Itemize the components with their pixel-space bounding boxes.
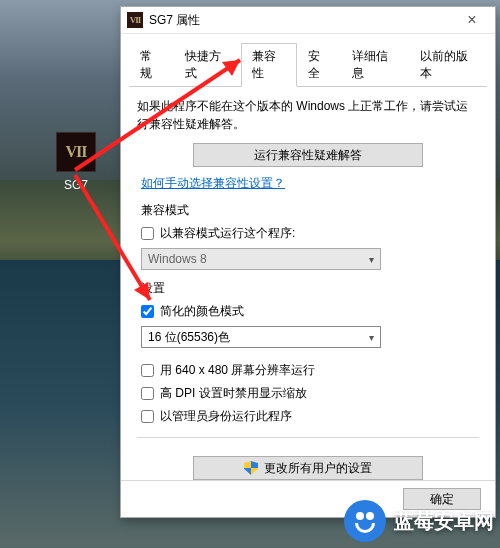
color-mode-select[interactable]: 16 位(65536)色 ▾: [141, 326, 381, 348]
run-admin-checkbox[interactable]: [141, 410, 154, 423]
chevron-down-icon: ▾: [369, 332, 374, 343]
close-button[interactable]: ×: [451, 7, 493, 33]
tab-details[interactable]: 详细信息: [341, 43, 408, 87]
help-link[interactable]: 如何手动选择兼容性设置？: [141, 176, 285, 190]
watermark: 蓝莓安卓网: [344, 500, 494, 542]
intro-text: 如果此程序不能在这个版本的 Windows 上正常工作，请尝试运行兼容性疑难解答…: [137, 97, 479, 133]
desktop-app-icon[interactable]: VII SG7: [46, 132, 106, 192]
settings-group: 设置 简化的颜色模式 16 位(65536)色 ▾ 用 640 x 480 屏幕…: [137, 280, 479, 425]
troubleshoot-button[interactable]: 运行兼容性疑难解答: [193, 143, 423, 167]
chevron-down-icon: ▾: [369, 254, 374, 265]
reduced-color-checkbox[interactable]: [141, 305, 154, 318]
compat-mode-title: 兼容模式: [141, 202, 479, 219]
compat-mode-checkbox[interactable]: [141, 227, 154, 240]
desktop-icon-label: SG7: [46, 178, 106, 192]
compat-mode-select-value: Windows 8: [148, 252, 207, 266]
compat-mode-select[interactable]: Windows 8 ▾: [141, 248, 381, 270]
app-icon-image: VII: [56, 132, 96, 172]
title-bar-icon: VII: [127, 12, 143, 28]
change-all-users-label: 更改所有用户的设置: [264, 460, 372, 477]
tab-shortcut[interactable]: 快捷方式: [174, 43, 241, 87]
run-admin-label: 以管理员身份运行此程序: [160, 408, 292, 425]
change-all-users-button[interactable]: 更改所有用户的设置: [193, 456, 423, 480]
res-640-label: 用 640 x 480 屏幕分辨率运行: [160, 362, 315, 379]
watermark-text: 蓝莓安卓网: [394, 508, 494, 535]
reduced-color-label: 简化的颜色模式: [160, 303, 244, 320]
res-640-checkbox[interactable]: [141, 364, 154, 377]
compat-mode-group: 兼容模式 以兼容模式运行这个程序: Windows 8 ▾: [137, 202, 479, 270]
close-icon: ×: [467, 11, 476, 29]
color-mode-select-value: 16 位(65536)色: [148, 329, 230, 346]
high-dpi-label: 高 DPI 设置时禁用显示缩放: [160, 385, 307, 402]
tab-security[interactable]: 安全: [297, 43, 342, 87]
dialog-title: SG7 属性: [149, 12, 451, 29]
high-dpi-checkbox[interactable]: [141, 387, 154, 400]
title-bar: VII SG7 属性 ×: [121, 7, 495, 34]
res-640-row[interactable]: 用 640 x 480 屏幕分辨率运行: [141, 362, 479, 379]
tab-compatibility[interactable]: 兼容性: [241, 43, 297, 87]
compat-mode-checkbox-label: 以兼容模式运行这个程序:: [160, 225, 295, 242]
reduced-color-row[interactable]: 简化的颜色模式: [141, 303, 479, 320]
tab-previous-versions[interactable]: 以前的版本: [409, 43, 488, 87]
tab-general[interactable]: 常规: [129, 43, 174, 87]
settings-title: 设置: [141, 280, 479, 297]
tabs: 常规 快捷方式 兼容性 安全 详细信息 以前的版本: [129, 42, 487, 87]
compat-mode-checkbox-row[interactable]: 以兼容模式运行这个程序:: [141, 225, 479, 242]
run-admin-row[interactable]: 以管理员身份运行此程序: [141, 408, 479, 425]
high-dpi-row[interactable]: 高 DPI 设置时禁用显示缩放: [141, 385, 479, 402]
shield-icon: [244, 461, 258, 475]
watermark-logo-icon: [344, 500, 386, 542]
properties-dialog: VII SG7 属性 × 常规 快捷方式 兼容性 安全 详细信息 以前的版本 如…: [120, 6, 496, 518]
